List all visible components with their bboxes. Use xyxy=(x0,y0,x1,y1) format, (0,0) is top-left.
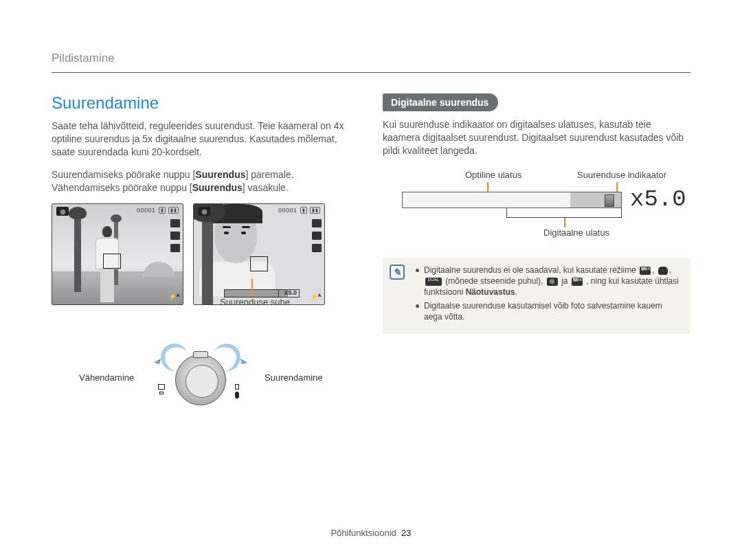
battery-icon: ▮▮ xyxy=(168,207,179,214)
card-icon: ▮ xyxy=(300,207,308,214)
lcd-preview-zoomed: 00001 ▮ ▮▮ ⚡ᴬ X5.0 xyxy=(193,203,325,305)
frame-counter: 00001 xyxy=(278,207,297,214)
zoom-indicator-icon xyxy=(605,194,614,207)
lcd-status-bar: 00001 ▮ ▮▮ xyxy=(137,207,179,214)
optical-range-label: Optiline ulatus xyxy=(465,170,521,180)
text-fragment: ja xyxy=(561,276,570,286)
bold-keyword: Näotuvastus xyxy=(466,287,515,297)
zoom-ratio-callout: Suurenduse suhe xyxy=(220,297,290,307)
frame-counter: 00001 xyxy=(137,207,156,214)
section-title: Suurendamine xyxy=(52,93,350,113)
focus-box-icon xyxy=(250,256,268,271)
note-box: ✎ Digitaalne suurendus ei ole saadaval, … xyxy=(383,258,690,334)
two-column-layout: Suurendamine Saate teha lähivõtteid, reg… xyxy=(52,93,690,422)
zoom-in-label: Suurendamine xyxy=(265,372,323,383)
instruction-paragraph: Suurendamiseks pöörake nuppu [Suurendus]… xyxy=(52,168,350,194)
lcd-side-icons xyxy=(312,219,322,252)
note-item: Digitaalne suurendus ei ole saadaval, ku… xyxy=(416,265,681,298)
camera-mode-icon xyxy=(56,207,69,216)
focus-box-icon xyxy=(103,254,121,269)
manual-page: Pildistamine Suurendamine Saate teha läh… xyxy=(0,0,742,560)
note-item: Digitaalse suurenduse kasutamisel võib f… xyxy=(416,300,681,322)
ois-mode-icon xyxy=(658,267,668,275)
page-footer: Põhifunktsioonid 23 xyxy=(0,528,742,538)
text-fragment: . xyxy=(515,287,517,297)
callout-line xyxy=(616,182,618,192)
text-fragment: Suurendamiseks pöörake nuppu [ xyxy=(52,169,195,180)
note-list: Digitaalne suurendus ei ole saadaval, ku… xyxy=(416,265,681,323)
zoom-dial-illustration: Vähendamine Suurendamine xyxy=(52,346,350,422)
left-column: Suurendamine Saate teha lähivõtteid, reg… xyxy=(52,93,350,422)
callout-line xyxy=(251,279,253,297)
breadcrumb: Pildistamine xyxy=(52,52,690,73)
intro-paragraph: Saate teha lähivõtteid, reguleerides suu… xyxy=(52,120,350,159)
zoom-in-symbol-icon xyxy=(235,384,239,399)
page-number: 23 xyxy=(401,528,411,538)
note-icon: ✎ xyxy=(390,265,405,280)
smart-video-mode-icon xyxy=(572,278,583,286)
digital-zoom-paragraph: Kui suurenduse indikaator on digitaalses… xyxy=(383,118,690,157)
zoom-indicator-label: Suurenduse indikaator xyxy=(577,170,666,180)
lcd-status-bar: 00001 ▮ ▮▮ xyxy=(278,207,320,214)
footer-section-label: Põhifunktsioonid xyxy=(330,528,396,538)
digital-range-bracket xyxy=(506,208,622,218)
magnification-value: x5.0 xyxy=(630,186,686,212)
smart-mode-icon xyxy=(640,267,651,275)
zoom-range-bar xyxy=(402,192,622,208)
bold-keyword: Suurendus xyxy=(192,182,243,193)
digital-zoom-heading: Digitaalne suurendus xyxy=(383,93,498,111)
lcd-preview-wide: 00001 ▮ ▮▮ ⚡ᴬ xyxy=(52,203,183,305)
callout-line xyxy=(487,182,488,192)
digital-range-label: Digitaalne ulatus xyxy=(543,227,609,238)
card-icon: ▮ xyxy=(159,207,166,214)
bold-keyword: Suurendus xyxy=(195,169,245,180)
text-fragment: ] vasakule. xyxy=(243,182,289,193)
camera-mode-icon xyxy=(198,207,210,216)
callout-line xyxy=(564,218,565,227)
zoom-out-symbol-icon xyxy=(158,384,165,394)
zoom-out-label: Vähendamine xyxy=(79,372,134,383)
zoom-bar-value: X5.0 xyxy=(284,289,297,296)
flash-indicator: ⚡ᴬ xyxy=(168,293,179,300)
flash-indicator: ⚡ᴬ xyxy=(310,293,321,300)
zoom-range-diagram: Optiline ulatus Suurenduse indikaator x5… xyxy=(402,170,690,238)
zoom-dial-icon xyxy=(175,355,226,405)
lcd-side-icons xyxy=(170,219,180,252)
right-column: Digitaalne suurendus Kui suurenduse indi… xyxy=(383,93,690,422)
lcd-preview-row: 00001 ▮ ▮▮ ⚡ᴬ xyxy=(52,203,350,305)
dual-mode-icon xyxy=(425,278,442,286)
text-fragment: Digitaalne suurendus ei ole saadaval, ku… xyxy=(424,265,638,275)
battery-icon: ▮▮ xyxy=(310,207,320,214)
video-mode-icon xyxy=(547,278,558,286)
text-fragment: (mõnede stseenide puhul), xyxy=(445,276,545,286)
